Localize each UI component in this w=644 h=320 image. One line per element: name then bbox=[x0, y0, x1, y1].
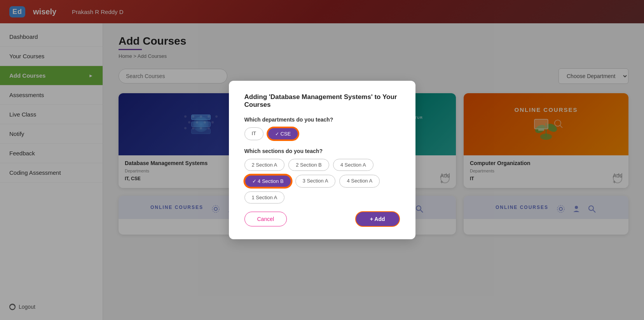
modal-section-chips: 2 Section A 2 Section B 4 Section A bbox=[244, 159, 400, 171]
chip-it[interactable]: IT bbox=[244, 127, 264, 140]
modal-section-question: Which sections do you teach? bbox=[244, 148, 400, 154]
chip-4sa1[interactable]: 4 Section A bbox=[333, 159, 373, 171]
modal-dept-chips: IT CSE bbox=[244, 127, 400, 140]
modal-actions: Cancel + Add bbox=[244, 211, 400, 227]
modal-section-chips-row2: ✓ 4 Section B 3 Section A 4 Section A bbox=[244, 175, 400, 188]
chip-1sa[interactable]: 1 Section A bbox=[244, 191, 285, 203]
add-button[interactable]: + Add bbox=[355, 211, 400, 227]
chip-4sa2[interactable]: 4 Section A bbox=[339, 175, 380, 188]
chip-3sa[interactable]: 3 Section A bbox=[295, 175, 336, 188]
modal-dept-question: Which departments do you teach? bbox=[244, 117, 400, 123]
cancel-button[interactable]: Cancel bbox=[244, 212, 287, 226]
modal-overlay[interactable]: Adding 'Database Management Systems' to … bbox=[0, 0, 644, 320]
modal-section-chips-row3: 1 Section A bbox=[244, 191, 400, 203]
modal-title: Adding 'Database Management Systems' to … bbox=[244, 93, 400, 109]
chip-4sb[interactable]: ✓ 4 Section B bbox=[244, 175, 291, 188]
modal: Adding 'Database Management Systems' to … bbox=[229, 81, 415, 239]
chip-2sb[interactable]: 2 Section B bbox=[288, 159, 329, 171]
chip-2sa[interactable]: 2 Section A bbox=[244, 159, 285, 171]
chip-cse[interactable]: CSE bbox=[267, 127, 298, 140]
